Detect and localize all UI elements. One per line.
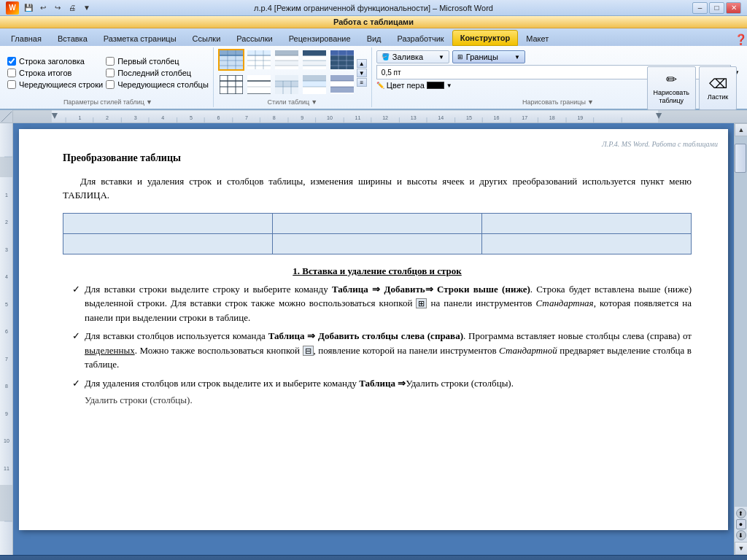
checkbox-total-row-input[interactable]	[7, 69, 16, 77]
table-style-4[interactable]	[301, 49, 328, 71]
svg-text:5: 5	[5, 302, 8, 307]
undo-quick-btn[interactable]: ↩	[36, 1, 50, 15]
svg-text:10: 10	[4, 438, 9, 443]
paint-icon: 🪣	[382, 53, 390, 61]
ribbon-group-table-style-options: Строка заголовка Строка итогов Чередующи…	[3, 47, 214, 107]
bullet-2: ✓ Для вставки столбцов используется кома…	[63, 329, 692, 372]
table-style-9[interactable]	[301, 74, 328, 96]
eraser-button[interactable]: ⌫ Ластик	[699, 66, 737, 110]
pen-color-swatch	[427, 82, 444, 89]
svg-text:4: 4	[5, 274, 8, 279]
pen-color-row[interactable]: ✏️ Цвет пера ▼	[376, 81, 452, 90]
ribbon-help-btn[interactable]: ❓	[734, 33, 747, 46]
tab-home[interactable]: Главная	[3, 30, 50, 46]
quick-access-arrow[interactable]: ▼	[80, 1, 93, 15]
borders-dropdown-arrow: ▼	[514, 54, 520, 61]
scroll-down-btn[interactable]: ▼	[735, 542, 747, 555]
checkbox-header-row[interactable]: Строка заголовка	[7, 57, 103, 66]
style-scroll-more[interactable]: ≡	[357, 78, 367, 87]
table-cell-1-2	[273, 213, 482, 233]
table-style-7[interactable]	[246, 74, 272, 96]
svg-rect-50	[303, 75, 326, 81]
fill-borders-row: 🪣 Заливка ▼ ⊞ Границы ▼	[376, 50, 525, 63]
table-style-2[interactable]	[246, 49, 272, 71]
checkbox-last-col-input[interactable]	[106, 69, 115, 77]
prev-page-btn[interactable]: ⬆	[736, 508, 746, 518]
table-style-8[interactable]	[274, 74, 300, 96]
scroll-thumb[interactable]	[735, 144, 746, 173]
table-cell-1-1	[63, 213, 273, 233]
tab-mailings[interactable]: Рассылки	[228, 30, 280, 46]
maximize-btn[interactable]: □	[709, 2, 724, 14]
bullet2-text: Для вставки столбцов используется команд…	[85, 329, 692, 372]
svg-rect-6	[220, 50, 243, 55]
table-style-1[interactable]	[218, 49, 244, 71]
ruler-corner[interactable]	[0, 110, 13, 123]
checkbox-banded-cols-input[interactable]	[106, 80, 115, 89]
tab-developer[interactable]: Разработчик	[390, 30, 452, 46]
pen-color-arrow[interactable]: ▼	[446, 82, 452, 89]
select-browse-btn[interactable]: ●	[736, 519, 746, 529]
table-style-scroll: ▲ ▼ ≡	[357, 59, 367, 87]
checkbox-last-col[interactable]: Последний столбец	[106, 69, 209, 77]
draw-borders-label[interactable]: Нарисовать границы ▼	[522, 98, 594, 106]
table-style-5[interactable]	[329, 49, 355, 71]
table-row-1	[63, 213, 692, 233]
vertical-ruler[interactable]: 1 2 3 4 5 6 7 8 9 10 11	[0, 123, 13, 555]
svg-text:3: 3	[134, 115, 137, 120]
checkbox-header-row-input[interactable]	[7, 57, 16, 66]
para1: Для вставки и удаления строк и столбцов …	[63, 174, 692, 203]
checkbox-banded-cols-label: Чередующиеся столбцы	[117, 80, 209, 89]
minimize-btn[interactable]: –	[692, 2, 708, 14]
doc-scroll[interactable]: Л.Р.4. MS Word. Работа с таблицами Преоб…	[13, 123, 734, 555]
table-style-options-label[interactable]: Параметры стилей таблиц ▼	[63, 98, 152, 106]
table-styles-label[interactable]: Стили таблиц ▼	[268, 98, 318, 106]
checkbox-banded-rows-input[interactable]	[7, 80, 16, 89]
next-page-btn[interactable]: ⬇	[736, 530, 746, 540]
tab-design[interactable]: Конструктор	[452, 30, 518, 46]
svg-text:19: 19	[577, 115, 583, 120]
table-style-grid	[218, 49, 355, 97]
svg-rect-15	[275, 50, 298, 55]
tab-layout[interactable]: Макет	[518, 30, 557, 46]
close-btn[interactable]: ✕	[726, 2, 741, 14]
table-style-6[interactable]	[218, 74, 244, 96]
svg-rect-55	[330, 75, 354, 81]
checkbox-banded-cols[interactable]: Чередующиеся столбцы	[106, 80, 209, 89]
title-bar: W 💾 ↩ ↪ 🖨 ▼ л.р.4 [Режим ограниченной фу…	[0, 0, 747, 16]
bullet-1: ✓ Для вставки строки выделите строку и в…	[63, 282, 692, 325]
svg-rect-108	[0, 157, 13, 177]
table-styles-content: ▲ ▼ ≡	[218, 49, 367, 97]
style-scroll-down[interactable]: ▼	[357, 69, 367, 77]
svg-text:2: 2	[106, 115, 109, 120]
borders-dropdown[interactable]: ⊞ Границы ▼	[452, 50, 525, 63]
scroll-up-btn[interactable]: ▲	[735, 123, 747, 136]
table-cell-2-1	[63, 233, 273, 254]
save-quick-btn[interactable]: 💾	[22, 1, 35, 15]
checkbox-total-row[interactable]: Строка итогов	[7, 69, 103, 77]
redo-quick-btn[interactable]: ↪	[51, 1, 64, 15]
horizontal-ruler[interactable]: 1 2 3 4 5 6 7 8 9 10 11 12 13 14 15 16 1…	[13, 110, 747, 123]
fill-dropdown[interactable]: 🪣 Заливка ▼	[376, 50, 449, 63]
svg-text:7: 7	[245, 115, 248, 120]
inline-toolbar-icon-1: ⊞	[416, 298, 427, 308]
eraser-icon: ⌫	[709, 76, 727, 92]
svg-text:1: 1	[5, 192, 8, 198]
checkbox-first-col[interactable]: Первый столбец	[106, 57, 209, 66]
style-scroll-up[interactable]: ▲	[357, 59, 367, 68]
table-style-3[interactable]	[274, 49, 300, 71]
scroll-track[interactable]	[735, 136, 747, 507]
table-style-checkboxes: Строка заголовка Строка итогов Чередующи…	[7, 49, 209, 97]
tab-page-layout[interactable]: Разметка страницы	[96, 30, 185, 46]
table-style-10[interactable]	[329, 74, 355, 96]
tab-references[interactable]: Ссылки	[185, 30, 229, 46]
tab-insert[interactable]: Вставка	[50, 30, 96, 46]
tab-view[interactable]: Вид	[359, 30, 390, 46]
checkbox-banded-rows[interactable]: Чередующиеся строки	[7, 80, 103, 89]
office-logo[interactable]: W	[6, 1, 19, 15]
tab-review[interactable]: Рецензирование	[281, 30, 359, 46]
quick-print-btn[interactable]: 🖨	[66, 1, 79, 15]
checkbox-total-row-label: Строка итогов	[19, 69, 71, 77]
checkbox-first-col-input[interactable]	[106, 57, 115, 66]
draw-table-button[interactable]: ✏ Нарисоватьтаблицу	[647, 66, 696, 110]
